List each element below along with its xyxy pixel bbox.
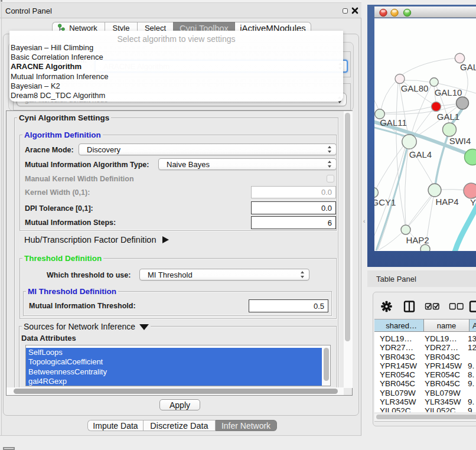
svg-text:GAL10: GAL10 <box>435 87 462 97</box>
svg-text:YE: YE <box>470 197 476 207</box>
svg-text:GCY1: GCY1 <box>374 197 396 207</box>
svg-text:GAL80: GAL80 <box>401 83 429 93</box>
svg-text:SWI4: SWI4 <box>449 136 471 146</box>
svg-text:GAL4: GAL4 <box>409 149 432 159</box>
svg-text:GAL1: GAL1 <box>437 112 459 122</box>
svg-text:GAL7: GAL7 <box>460 62 476 72</box>
svg-text:GAL11: GAL11 <box>380 118 407 128</box>
svg-text:HAP2: HAP2 <box>406 235 429 245</box>
svg-text:HAP4: HAP4 <box>435 197 458 207</box>
